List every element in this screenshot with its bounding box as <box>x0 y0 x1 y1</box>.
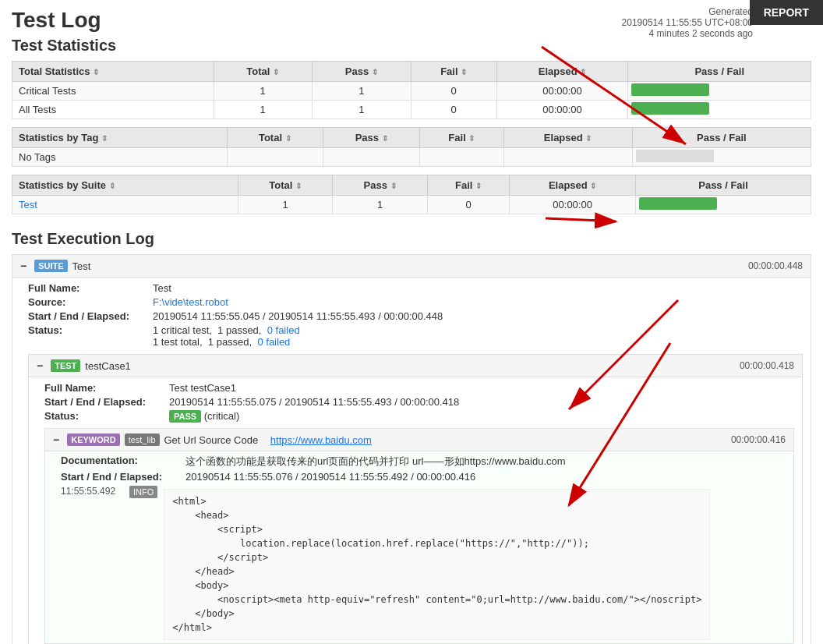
total-statistics-table: Total Statistics ⇕ Total ⇕ Pass ⇕ Fail ⇕… <box>12 61 811 119</box>
col-suite-fail[interactable]: Fail ⇕ <box>427 175 509 196</box>
sort-icon: ⇕ <box>93 68 99 76</box>
row-fail: 0 <box>411 82 496 101</box>
row-pass <box>323 148 420 167</box>
keyword-timing-label: Start / End / Elapsed: <box>61 471 185 483</box>
test-details: Full Name: Test testCase1 Start / End / … <box>29 377 802 644</box>
suite-failed-link2[interactable]: 0 failed <box>257 336 290 348</box>
progress-bar-fill <box>631 102 709 115</box>
col-tag-pass-fail[interactable]: Pass / Fail <box>632 128 811 148</box>
suite-source-link[interactable]: F:\vide\test.robot <box>153 296 228 308</box>
col-suite-statistics[interactable]: Statistics by Suite ⇕ <box>12 175 238 196</box>
row-elapsed: 00:00:00 <box>510 196 636 214</box>
suite-status-label: Status: <box>28 324 153 336</box>
col-total-statistics[interactable]: Total Statistics ⇕ <box>12 62 214 82</box>
test-statistics-section: Test Statistics Total Statistics ⇕ Total… <box>0 37 823 230</box>
col-tag-pass[interactable]: Pass ⇕ <box>323 128 420 148</box>
execution-log-heading: Test Execution Log <box>12 230 811 248</box>
keyword-doc-value: 这个函数的功能是获取传来的url页面的代码并打印 url——形如https://… <box>185 455 566 469</box>
generated-datetime: 20190514 11:55:55 UTC+08:00 <box>622 17 753 28</box>
row-total <box>227 148 323 167</box>
sort-icon: ⇕ <box>295 182 302 190</box>
col-elapsed[interactable]: Elapsed ⇕ <box>496 62 628 82</box>
col-suite-elapsed[interactable]: Elapsed ⇕ <box>510 175 636 196</box>
sort-icon: ⇕ <box>109 182 115 190</box>
row-pass-fail-bar <box>628 101 811 119</box>
col-total[interactable]: Total ⇕ <box>214 62 312 82</box>
suite-status-line1: 1 critical test, 1 passed, 0 failed <box>153 324 300 336</box>
row-name: No Tags <box>12 148 228 167</box>
suite-full-name-row: Full Name: Test <box>28 282 803 294</box>
table-row: Critical Tests 1 1 0 00:00:00 <box>12 82 811 101</box>
sort-icon: ⇕ <box>285 134 291 143</box>
keyword-log-timestamp: 11:55:55.492 <box>61 486 123 497</box>
col-tag-total[interactable]: Total ⇕ <box>227 128 323 148</box>
suite-full-name-label: Full Name: <box>28 282 153 294</box>
test-full-name-row: Full Name: Test testCase1 <box>44 382 794 394</box>
suite-elapsed: 00:00:00.448 <box>748 260 803 271</box>
sort-icon: ⇕ <box>461 68 467 76</box>
progress-bar <box>631 102 709 115</box>
sort-icon: ⇕ <box>101 134 108 143</box>
col-suite-total[interactable]: Total ⇕ <box>238 175 333 196</box>
test-badge: TEST <box>51 359 80 372</box>
keyword-details: Documentation: 这个函数的功能是获取传来的url页面的代码并打印 … <box>45 451 793 643</box>
col-tag-statistics[interactable]: Statistics by Tag ⇕ <box>12 128 228 148</box>
keyword-doc-row: Documentation: 这个函数的功能是获取传来的url页面的代码并打印 … <box>61 455 786 469</box>
suite-collapse-btn[interactable]: − <box>20 260 26 272</box>
keyword-url-link[interactable]: https://www.baidu.com <box>270 434 372 446</box>
test-status-label: Status: <box>44 410 169 422</box>
row-total: 1 <box>214 82 312 101</box>
col-pass[interactable]: Pass ⇕ <box>312 62 411 82</box>
test-timing-label: Start / End / Elapsed: <box>44 396 169 408</box>
test-statistics-heading: Test Statistics <box>12 37 811 55</box>
row-elapsed <box>503 148 632 167</box>
test-full-name-label: Full Name: <box>44 382 169 394</box>
sort-icon: ⇕ <box>390 182 397 190</box>
suite-failed-link1[interactable]: 0 failed <box>267 324 300 336</box>
keyword-log-code: <html> <head> <script> location.replace(… <box>164 489 710 640</box>
keyword-doc-label: Documentation: <box>61 455 185 466</box>
generated-info: Generated 20190514 11:55:55 UTC+08:00 4 … <box>622 6 753 39</box>
sort-icon: ⇕ <box>475 182 482 190</box>
sort-icon: ⇕ <box>382 134 388 143</box>
suite-name: Test <box>72 260 91 272</box>
table-row: All Tests 1 1 0 00:00:00 <box>12 101 811 119</box>
suite-details: Full Name: Test Source: F:\vide\test.rob… <box>12 278 811 644</box>
suite-status-row: Status: 1 critical test, 1 passed, 0 fai… <box>28 324 803 348</box>
row-name: All Tests <box>12 101 214 119</box>
test-collapse-btn[interactable]: − <box>37 359 43 372</box>
test-header: − TEST testCase1 00:00:00.418 <box>29 355 802 377</box>
col-tag-fail[interactable]: Fail ⇕ <box>420 128 503 148</box>
table-row: No Tags <box>12 148 811 167</box>
row-elapsed: 00:00:00 <box>496 101 628 119</box>
test-name: testCase1 <box>85 360 131 372</box>
keyword-lib-badge: test_lib <box>125 433 160 446</box>
report-button[interactable]: REPORT <box>750 0 823 25</box>
test-full-name-value: Test testCase1 <box>169 382 236 394</box>
test-status-row: Status: PASS (critical) <box>44 410 794 422</box>
keyword-timing-row: Start / End / Elapsed: 20190514 11:55:55… <box>61 471 786 483</box>
suite-timing-row: Start / End / Elapsed: 20190514 11:55:55… <box>28 310 803 322</box>
col-pass-fail[interactable]: Pass / Fail <box>628 62 811 82</box>
col-suite-pass[interactable]: Pass ⇕ <box>333 175 428 196</box>
suite-status-value: 1 critical test, 1 passed, 0 failed 1 te… <box>153 324 300 348</box>
col-fail[interactable]: Fail ⇕ <box>411 62 496 82</box>
test-elapsed: 00:00:00.418 <box>740 360 794 371</box>
row-fail: 0 <box>411 101 496 119</box>
row-pass-fail-bar <box>636 196 811 214</box>
suite-full-name-value: Test <box>153 282 171 294</box>
keyword-log-row: 11:55:55.492 INFO <html> <head> <script>… <box>61 486 786 640</box>
progress-bar <box>639 197 717 210</box>
suite-block: − SUITE Test 00:00:00.448 Full Name: Tes… <box>12 254 811 644</box>
keyword-log-badge: INFO <box>129 486 157 498</box>
col-suite-pass-fail[interactable]: Pass / Fail <box>636 175 811 196</box>
row-fail: 0 <box>427 196 509 214</box>
row-name: Critical Tests <box>12 82 214 101</box>
keyword-collapse-btn[interactable]: − <box>53 433 59 446</box>
col-tag-elapsed[interactable]: Elapsed ⇕ <box>503 128 632 148</box>
execution-log-section: Test Execution Log − SUITE Test 00:00:00… <box>0 230 823 644</box>
tag-statistics-table: Statistics by Tag ⇕ Total ⇕ Pass ⇕ Fail … <box>12 127 811 167</box>
row-fail <box>420 148 503 167</box>
progress-bar-fill <box>631 83 709 96</box>
row-pass-fail-bar <box>628 82 811 101</box>
